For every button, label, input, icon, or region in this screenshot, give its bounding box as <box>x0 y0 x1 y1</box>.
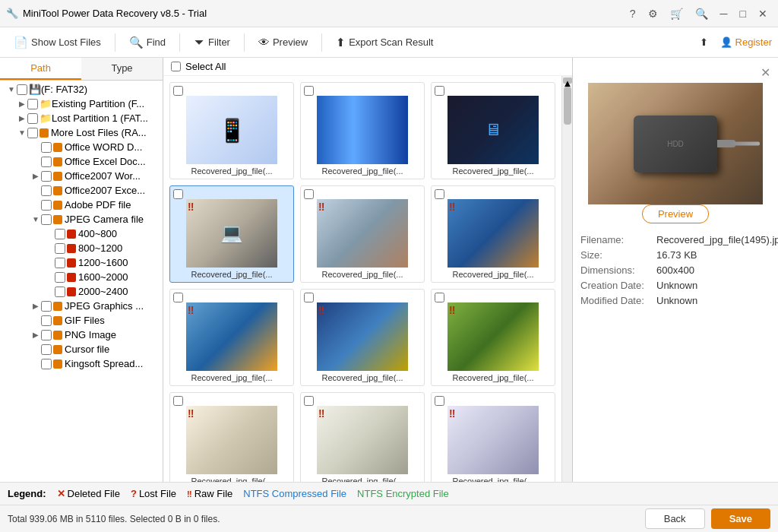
tab-path[interactable]: Path <box>0 58 81 80</box>
tree-item-office2007-excel[interactable]: Office2007 Exce... <box>0 183 163 198</box>
register-button[interactable]: 👤 Register <box>720 36 772 48</box>
tree-check-cursor[interactable] <box>41 344 52 355</box>
grid-check-9[interactable] <box>173 396 183 406</box>
grid-check-1[interactable] <box>304 86 314 96</box>
grid-check-8[interactable] <box>435 293 444 302</box>
tree-item-cursor[interactable]: Cursor file <box>0 342 163 356</box>
tree-check-2007w[interactable] <box>41 171 52 182</box>
tree-toggle-2007[interactable]: ▶ <box>30 172 41 180</box>
grid-check-6[interactable] <box>173 293 183 302</box>
scrollbar-track[interactable]: ▲ <box>561 76 572 482</box>
close-button[interactable]: ✕ <box>754 6 772 21</box>
grid-item-5[interactable]: ‼ Recovered_jpg_file(... <box>431 185 555 283</box>
grid-item-6[interactable]: ‼ Recovered_jpg_file(... <box>169 289 294 386</box>
tree-item-gif[interactable]: GIF Files <box>0 313 163 328</box>
share-button[interactable]: ⬆ <box>692 33 716 51</box>
grid-item-3[interactable]: ‼ 💻 Recovered_jpg_file(... <box>169 185 294 283</box>
tree-item-1200-1600[interactable]: 1200~1600 <box>0 255 163 270</box>
notification-icon[interactable]: ⚙ <box>644 6 663 21</box>
grid-check-11[interactable] <box>435 396 444 406</box>
tree-toggle-jpeg-cam[interactable]: ▼ <box>30 215 41 223</box>
close-preview-button[interactable]: ✕ <box>761 65 770 80</box>
tree-check-gif[interactable] <box>41 315 52 326</box>
tab-type[interactable]: Type <box>81 58 163 80</box>
tree-toggle-lost[interactable]: ▶ <box>17 114 27 122</box>
tree-item-more-lost[interactable]: ▼ More Lost Files (RA... <box>0 125 163 140</box>
grid-scroll[interactable]: 📱 Recovered_jpg_file(... Recovered_jpg_f… <box>163 76 561 482</box>
tree-check-office-excel[interactable] <box>41 157 52 167</box>
grid-item-2[interactable]: 🖥 Recovered_jpg_file(... <box>431 82 555 179</box>
tree-check-root[interactable] <box>17 84 27 95</box>
preview-action-button[interactable]: Preview <box>642 204 709 223</box>
search-icon[interactable]: 🔍 <box>691 6 713 21</box>
tree-check-existing[interactable] <box>27 99 38 109</box>
tree-check-800-1200[interactable] <box>55 243 65 254</box>
cart-icon[interactable]: 🛒 <box>666 6 688 21</box>
back-button[interactable]: Back <box>645 508 705 529</box>
grid-check-4[interactable] <box>304 189 314 199</box>
tree-item-office-excel[interactable]: Office Excel Doc... <box>0 154 163 169</box>
scrollbar-thumb[interactable] <box>564 87 571 125</box>
tree-check-1600-2000[interactable] <box>55 272 65 283</box>
find-button[interactable]: 🔍 Find <box>122 33 173 52</box>
tree-check-lost[interactable] <box>27 113 38 124</box>
select-all-checkbox[interactable] <box>171 62 181 71</box>
maximize-button[interactable]: □ <box>735 6 751 21</box>
tree-item-lost-partition[interactable]: ▶ 📁 Lost Partition 1 (FAT... <box>0 111 163 125</box>
scrollbar-up-arrow[interactable]: ▲ <box>563 78 572 84</box>
grid-item-0[interactable]: 📱 Recovered_jpg_file(... <box>169 82 294 179</box>
tree-item-kingsoft[interactable]: Kingsoft Spread... <box>0 356 163 371</box>
tree-check-kingsoft[interactable] <box>41 359 52 369</box>
tree-toggle-more[interactable]: ▼ <box>17 128 27 137</box>
grid-item-7[interactable]: ‼ Recovered_jpg_file(... <box>300 289 425 386</box>
help-icon[interactable]: ? <box>625 6 640 21</box>
grid-item-10[interactable]: ‼ Recovered_jpg_file(... <box>300 392 425 482</box>
save-button[interactable]: Save <box>711 508 770 529</box>
grid-item-1[interactable]: Recovered_jpg_file(... <box>300 82 425 179</box>
tree-item-office2007-word[interactable]: ▶ Office2007 Wor... <box>0 169 163 183</box>
tree-check-2007e[interactable] <box>41 185 52 196</box>
tree-root[interactable]: ▼ 💾 (F: FAT32) <box>0 82 163 97</box>
grid-check-5[interactable] <box>435 189 444 199</box>
tree-check-400-800[interactable] <box>55 229 65 239</box>
tree-check-1200-1600[interactable] <box>55 258 65 268</box>
tree-item-png[interactable]: ▶ PNG Image <box>0 328 163 342</box>
grid-check-10[interactable] <box>304 396 314 406</box>
tree-item-office-word[interactable]: Office WORD D... <box>0 140 163 154</box>
grid-check-3[interactable] <box>173 189 183 199</box>
tree-check-pdf[interactable] <box>41 200 52 211</box>
tree-toggle-existing[interactable]: ▶ <box>17 100 27 108</box>
tree-check-more[interactable] <box>27 128 38 138</box>
grid-item-4[interactable]: ‼ Recovered_jpg_file(... <box>300 185 425 283</box>
tree-item-adobe-pdf[interactable]: Adobe PDF file <box>0 198 163 212</box>
tree-toggle-jpeg-g[interactable]: ▶ <box>30 302 41 310</box>
tree-item-existing-partition[interactable]: ▶ 📁 Existing Partition (F... <box>0 97 163 111</box>
show-lost-files-button[interactable]: 📄 Show Lost Files <box>6 33 109 52</box>
grid-check-7[interactable] <box>304 293 314 302</box>
tree-check-png[interactable] <box>41 330 52 340</box>
tree-item-400-800[interactable]: 400~800 <box>0 226 163 241</box>
tree-item-2000-2400[interactable]: 2000~2400 <box>0 284 163 299</box>
export-scan-button[interactable]: ⬆ Export Scan Result <box>328 33 441 52</box>
minimize-button[interactable]: ─ <box>716 6 732 21</box>
tree-check-jpeg-cam[interactable] <box>41 214 52 225</box>
grid-img-9 <box>186 406 277 474</box>
grid-item-11[interactable]: ‼ Recovered_jpg_file(... <box>431 392 555 482</box>
grid-item-9[interactable]: ‼ Recovered_jpg_file(... <box>169 392 294 482</box>
grid-check-0[interactable] <box>173 86 183 96</box>
legend-ntfs-compressed: NTFS Compressed File <box>243 488 346 499</box>
tree-item-800-1200[interactable]: 800~1200 <box>0 241 163 255</box>
tree-toggle-root[interactable]: ▼ <box>6 85 17 93</box>
grid-check-2[interactable] <box>435 86 444 96</box>
tree-item-jpeg-graphics[interactable]: ▶ JPEG Graphics ... <box>0 299 163 313</box>
grid-item-8[interactable]: ‼ Recovered_jpg_file(... <box>431 289 555 386</box>
tree-check-office-word[interactable] <box>41 142 52 153</box>
tree-toggle-png[interactable]: ▶ <box>30 331 41 339</box>
tree-item-1600-2000[interactable]: 1600~2000 <box>0 270 163 284</box>
filter-button[interactable]: ⏷ Filter <box>186 33 238 52</box>
preview-button[interactable]: 👁 Preview <box>251 33 315 52</box>
tree-area[interactable]: ▼ 💾 (F: FAT32) ▶ 📁 Existing Partition (F… <box>0 81 163 482</box>
tree-check-2000-2400[interactable] <box>55 287 65 297</box>
tree-check-jpeg-g[interactable] <box>41 301 52 312</box>
tree-item-jpeg-camera[interactable]: ▼ JPEG Camera file <box>0 212 163 226</box>
